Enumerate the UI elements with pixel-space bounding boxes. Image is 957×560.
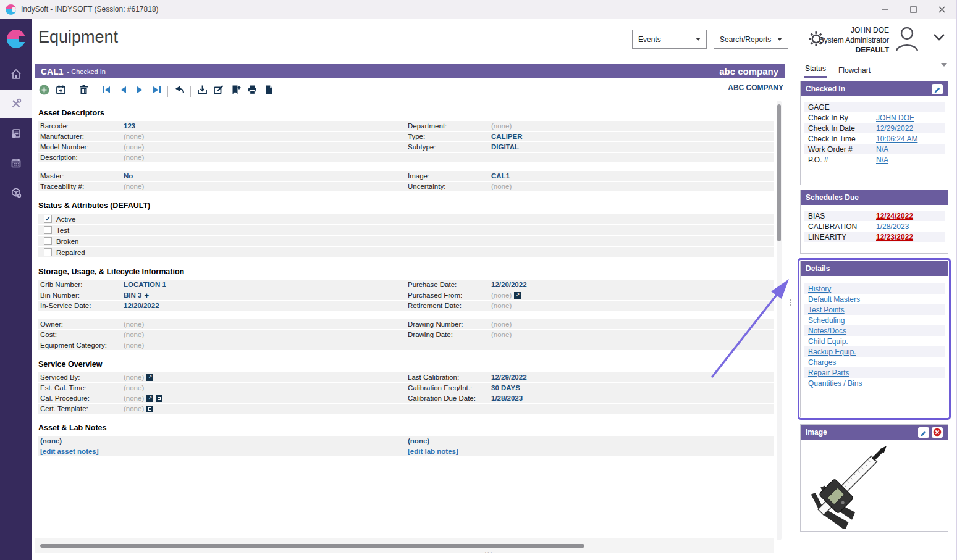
goto-record-icon[interactable]: ↗ [514,292,521,299]
checkin-value-link[interactable]: N/A [876,145,888,154]
section-title-status-attributes: Status & Attributes (DEFAULT) [38,201,774,210]
checkbox-active[interactable]: ✓ [44,215,52,223]
checkin-row: GAGE [804,102,945,112]
next-record-icon[interactable] [134,84,145,95]
page-title: Equipment [38,28,118,47]
field-value: LOCATION 1 [124,281,166,288]
sidebar-item-equipment[interactable] [0,90,32,118]
add-record-icon[interactable] [38,84,49,95]
field-row: Barcode:123 Department:(none) [38,121,774,131]
schedule-date-link[interactable]: 12/24/2022 [876,212,913,220]
close-button[interactable] [927,0,956,19]
sidebar-item-home[interactable] [0,60,32,88]
horizontal-scrollbar[interactable] [35,538,774,553]
user-menu-chevron-icon[interactable] [932,33,946,44]
details-link-notes-docs[interactable]: Notes/Docs [808,327,846,335]
field-value: (none) [124,143,144,151]
field-value: (none) [491,183,512,190]
company-name: abc company [719,66,778,77]
checkbox-broken[interactable] [44,237,52,245]
field-label: Purchase Date: [406,281,491,288]
checkbox-repaired[interactable] [44,248,52,256]
edit-asset-notes-link[interactable]: [edit asset notes] [38,448,406,455]
calendar-add-icon[interactable] [55,84,66,95]
goto-record-icon[interactable]: ↗ [146,395,153,402]
user-role: System Administrator [819,35,889,45]
checkin-value-link[interactable]: 10:06:24 AM [876,135,917,143]
panel-splitter-handle[interactable] [790,299,791,306]
sidebar-item-reports[interactable] [0,119,32,148]
details-link-charges[interactable]: Charges [808,358,836,367]
last-record-icon[interactable] [151,84,162,95]
schedule-date-link[interactable]: 1/28/2023 [876,222,909,231]
previous-record-icon[interactable] [117,84,129,95]
checkin-value-link[interactable]: N/A [876,156,888,164]
details-link-scheduling[interactable]: Scheduling [808,316,845,325]
field-label: Barcode: [38,122,124,130]
delete-image-icon[interactable] [932,427,943,438]
details-row: Scheduling [804,315,945,325]
details-title: Details [806,264,830,273]
field-row: Est. Cal. Time:(none) Calibration Freq/I… [38,383,774,393]
field-label: Model Number: [38,143,124,151]
field-label: Description: [38,154,124,161]
field-value: (none) [124,183,144,190]
delete-record-icon[interactable] [78,84,89,95]
record-toolbar [35,78,785,97]
goto-record-icon[interactable]: ↗ [146,374,153,381]
tab-flowchart[interactable]: Flowchart [837,66,872,78]
field-value: (none) [491,331,512,338]
minimize-button[interactable] [871,0,899,19]
field-label: Bin Number: [38,291,124,299]
first-record-icon[interactable] [101,84,112,95]
import-icon[interactable] [196,84,208,95]
search-reports-dropdown[interactable]: Search/Reports [714,30,788,49]
image-panel-title: Image [806,428,827,437]
field-label: Owner: [38,320,124,328]
details-link-quantities-bins[interactable]: Quantities / Bins [808,379,862,388]
details-link-test-points[interactable]: Test Points [808,306,845,314]
bookmark-add-icon[interactable] [230,84,241,95]
events-dropdown[interactable]: Events [632,30,707,49]
checkin-label: GAGE [808,103,876,112]
checkin-label: Check In Date [808,124,876,133]
details-link-backup-equip[interactable]: Backup Equip. [808,348,856,356]
checkbox-test[interactable] [44,226,52,234]
details-link-default-masters[interactable]: Default Masters [808,295,860,304]
bottom-splitter-handle[interactable]: ... [484,546,493,555]
schedule-row: CALIBRATION1/28/2023 [804,221,945,232]
details-link-child-equip[interactable]: Child Equip. [808,337,848,346]
edit-image-icon[interactable] [918,427,929,438]
add-bin-icon[interactable]: + [144,291,149,299]
new-document-icon[interactable] [263,84,274,95]
vertical-scrollbar-thumb[interactable] [777,104,781,241]
sidebar-item-inventory[interactable] [0,178,32,207]
edit-lab-notes-link[interactable]: [edit lab notes] [406,448,774,455]
undo-icon[interactable] [174,84,185,95]
schedule-date-link[interactable]: 12/23/2022 [876,233,913,241]
field-value: (none) [124,341,144,349]
checkin-value-link[interactable]: 12/29/2022 [876,124,913,133]
details-row: History [804,283,945,294]
print-icon[interactable] [247,84,258,95]
edit-checkin-icon[interactable] [932,84,943,94]
field-label: Master: [38,172,124,180]
tab-status[interactable]: Status [804,64,827,78]
field-label: Department: [406,122,491,130]
sidebar-item-calendar[interactable] [0,149,32,177]
panel-collapse-chevron-icon[interactable] [941,63,947,67]
maximize-button[interactable] [899,0,927,19]
checkin-value-link[interactable]: JOHN DOE [876,114,914,122]
field-label: Drawing Number: [406,320,491,328]
open-document-icon[interactable] [156,395,162,402]
vertical-scrollbar[interactable] [777,101,782,540]
open-document-icon[interactable] [146,406,153,412]
horizontal-scrollbar-thumb[interactable] [40,544,584,548]
checkin-row: Work Order #N/A [804,144,945,154]
details-link-history[interactable]: History [808,285,831,293]
edit-icon[interactable] [213,84,224,95]
details-link-repair-parts[interactable]: Repair Parts [808,369,849,377]
box-add-icon [10,186,22,199]
record-banner: CAL1 - Checked In abc company [35,64,785,78]
avatar[interactable] [893,24,921,56]
